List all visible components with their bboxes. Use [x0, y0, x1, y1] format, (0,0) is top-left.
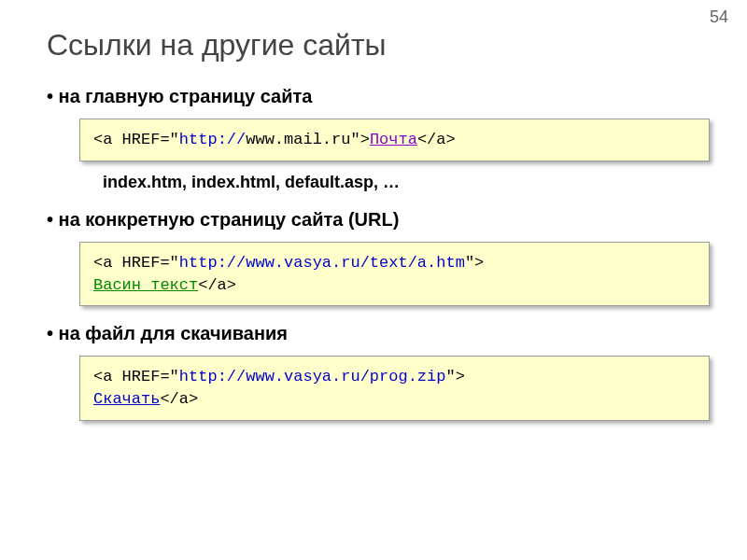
default-pages-text: index.htm, index.html, default.asp, … [103, 173, 710, 192]
slide-content: Ссылки на другие сайты на главную страни… [0, 0, 747, 451]
bullet-specific-page: на конкретную страницу сайта (URL) [47, 209, 710, 231]
code-mid: "> [465, 254, 484, 272]
code-url: http://www.vasya.ru/prog.zip [179, 368, 446, 385]
bullet-file-download: на файл для скачивания [47, 323, 710, 344]
code-link-text: Скачать [93, 390, 160, 408]
code-mid: "> [445, 368, 464, 385]
code-example-1: <a HREF="http://www.mail.ru">Почта</a> [79, 119, 710, 161]
code-link-text: Почта [370, 131, 417, 148]
code-url: http://www.vasya.ru/text/a.htm [179, 254, 465, 272]
code-close-tag: </a> [198, 276, 236, 294]
code-close-tag: </a> [417, 131, 456, 148]
page-title: Ссылки на другие сайты [47, 28, 710, 63]
bullet-main-page: на главную страницу сайта [47, 86, 710, 107]
code-link-text: Васин текст [93, 276, 198, 294]
code-mid: "> [350, 131, 369, 148]
code-url: www.mail.ru [246, 131, 350, 148]
code-open-tag: <a HREF=" [93, 254, 179, 272]
code-example-2: <a HREF="http://www.vasya.ru/text/a.htm"… [79, 242, 710, 307]
code-protocol: http:// [179, 131, 246, 148]
code-example-3: <a HREF="http://www.vasya.ru/prog.zip">С… [79, 356, 710, 421]
code-close-tag: </a> [160, 390, 198, 408]
code-open-tag: <a HREF=" [93, 131, 179, 148]
page-number: 54 [710, 7, 728, 27]
code-open-tag: <a HREF=" [93, 368, 179, 385]
